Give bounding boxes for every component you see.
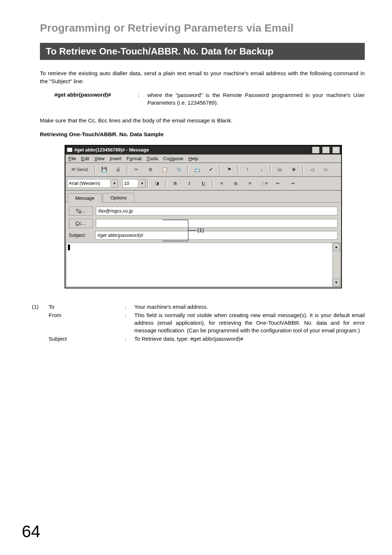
outdent-icon[interactable]: ⇤ bbox=[272, 178, 285, 189]
email-screenshot: #get abbr(123456789)# - Message _ □ × Fi… bbox=[65, 145, 340, 288]
tab-message[interactable]: Message bbox=[68, 193, 102, 203]
intro-paragraph: To retrieve the existing auto dialler da… bbox=[40, 69, 365, 85]
to-button[interactable]: To… bbox=[69, 206, 93, 216]
priority-low-icon[interactable]: ↓ bbox=[255, 165, 268, 175]
menu-edit[interactable]: Edit bbox=[81, 156, 89, 161]
section-header: To Retrieve One-Touch/ABBR. No. Data for… bbox=[40, 43, 365, 60]
legend-val-from: This field is normally not visible when … bbox=[134, 311, 365, 334]
align-left-icon[interactable]: ≡ bbox=[215, 178, 228, 189]
menu-help[interactable]: Help bbox=[188, 156, 198, 161]
command-row: #get abbr(password)# : where the "passwo… bbox=[54, 92, 365, 106]
seal-icon[interactable]: ❀ bbox=[287, 165, 301, 175]
next-item-icon[interactable]: ▷ bbox=[320, 165, 333, 175]
scroll-down-icon[interactable]: ▼ bbox=[333, 279, 340, 287]
send-button[interactable]: ✉ Send bbox=[67, 165, 93, 175]
italic-button[interactable]: I bbox=[183, 178, 196, 189]
sample-heading: Retrieving One-Touch/ABBR. No. Data Samp… bbox=[40, 131, 365, 138]
print-icon[interactable]: 🖨 bbox=[112, 165, 125, 175]
page-title: Programming or Retrieving Parameters via… bbox=[40, 22, 365, 34]
text-cursor bbox=[68, 244, 70, 250]
menu-compose[interactable]: Compose bbox=[163, 156, 184, 161]
menu-file[interactable]: File bbox=[69, 156, 76, 161]
font-size-dropdown-icon[interactable]: ▼ bbox=[139, 179, 146, 188]
copy-icon[interactable]: ⧉ bbox=[144, 165, 157, 175]
underline-button[interactable]: U bbox=[197, 178, 210, 189]
toolbar-format: Arial (Western) ▼ 10 ▼ ◑ B I U ≡ ≣ ≡ ⋮≡ … bbox=[65, 177, 341, 190]
check-names-icon[interactable]: ✔ bbox=[205, 165, 218, 175]
font-color-icon[interactable]: ◑ bbox=[151, 178, 164, 189]
legend-sep: : bbox=[125, 303, 134, 311]
legend-sep: : bbox=[125, 335, 134, 343]
maximize-button[interactable]: □ bbox=[322, 146, 330, 154]
tab-strip: Message Options bbox=[65, 190, 341, 203]
minimize-button[interactable]: _ bbox=[312, 146, 320, 154]
paste-icon[interactable]: 📋 bbox=[158, 165, 171, 175]
attach-icon[interactable]: 📎 bbox=[172, 165, 185, 175]
legend-index: (1) bbox=[32, 303, 49, 311]
legend-val-subject: To Retrieve data, type: #get abbr(passwo… bbox=[134, 335, 365, 343]
window-title: #get abbr(123456789)# - Message bbox=[74, 147, 310, 153]
command-separator: : bbox=[138, 92, 147, 106]
scroll-up-icon[interactable]: ▲ bbox=[333, 243, 340, 251]
tab-options[interactable]: Options bbox=[103, 193, 134, 202]
send-icon: ✉ bbox=[72, 167, 75, 172]
subject-label: Subject: bbox=[69, 231, 92, 240]
blank-note: Make sure that the Cc, Bcc lines and the… bbox=[40, 117, 365, 125]
cc-button[interactable]: Cc… bbox=[69, 219, 93, 228]
priority-high-icon[interactable]: ! bbox=[241, 165, 254, 175]
window-titlebar: #get abbr(123456789)# - Message _ □ × bbox=[65, 146, 341, 154]
legend-table: (1) To : Your machine's email address. F… bbox=[32, 303, 365, 343]
legend-key-subject: Subject bbox=[49, 335, 125, 343]
subject-input[interactable]: #get abbr(password)# bbox=[95, 231, 338, 240]
page-number: 64 bbox=[22, 522, 40, 541]
menu-bar: File Edit View Insert Format Tools Compo… bbox=[65, 154, 341, 163]
flag-icon[interactable]: ⚑ bbox=[223, 165, 236, 175]
indent-icon[interactable]: ⇥ bbox=[286, 178, 299, 189]
cc-input[interactable] bbox=[96, 219, 338, 228]
prev-item-icon[interactable]: ◁ bbox=[306, 165, 319, 175]
to-input[interactable]: ifax@mgcs.co.jp bbox=[96, 207, 338, 215]
legend-key-from: From bbox=[49, 311, 125, 334]
bold-button[interactable]: B bbox=[169, 178, 182, 189]
send-label: Send bbox=[77, 167, 88, 172]
legend-key-to: To bbox=[49, 303, 125, 311]
toolbar-main: ✉ Send 💾 🖨 ✂ ⧉ 📋 📎 📇 ✔ ⚑ ! ↓ bbox=[65, 163, 341, 177]
menu-view[interactable]: View bbox=[94, 156, 105, 161]
legend-val-to: Your machine's email address. bbox=[134, 303, 365, 311]
scrollbar[interactable]: ▲ ▼ bbox=[332, 243, 340, 287]
menu-tools[interactable]: Tools bbox=[147, 156, 158, 161]
save-icon[interactable]: 💾 bbox=[98, 165, 111, 175]
mail-icon bbox=[67, 148, 72, 152]
align-center-icon[interactable]: ≣ bbox=[229, 178, 242, 189]
command-label: #get abbr(password)# bbox=[54, 92, 138, 106]
menu-insert[interactable]: Insert bbox=[110, 156, 122, 161]
menu-format[interactable]: Format bbox=[127, 156, 142, 161]
font-name-dropdown-icon[interactable]: ▼ bbox=[112, 179, 118, 188]
close-button[interactable]: × bbox=[332, 146, 340, 154]
align-right-icon[interactable]: ≡ bbox=[244, 178, 257, 189]
font-size-field[interactable]: 10 bbox=[122, 179, 138, 188]
bullets-icon[interactable]: ⋮≡ bbox=[258, 178, 271, 189]
legend-sep: : bbox=[125, 311, 134, 334]
cut-icon[interactable]: ✂ bbox=[130, 165, 143, 175]
header-fields: To… ifax@mgcs.co.jp Cc… Subject: #get ab… bbox=[65, 203, 341, 240]
message-body[interactable]: ▲ ▼ bbox=[66, 243, 340, 287]
options-icon[interactable]: 🗂 bbox=[273, 165, 286, 175]
font-name-field[interactable]: Arial (Western) bbox=[67, 179, 111, 188]
addressbook-icon[interactable]: 📇 bbox=[191, 165, 204, 175]
command-description: where the "password" is the Remote Passw… bbox=[147, 92, 365, 106]
